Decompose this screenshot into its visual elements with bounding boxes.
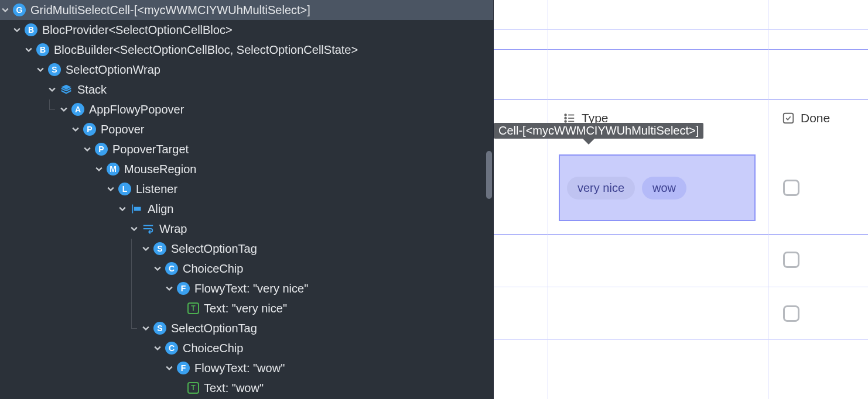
tree-label: Stack	[77, 80, 107, 99]
chevron-down-icon[interactable]	[141, 323, 151, 333]
tree-row-flowytext-1[interactable]: F FlowyText: "very nice"	[0, 278, 493, 298]
tree-label: SelectOptionTag	[171, 318, 257, 338]
svg-point-6	[565, 121, 566, 122]
column-header-label: Done	[801, 111, 830, 125]
chevron-down-icon[interactable]	[129, 223, 139, 234]
grid-line	[494, 339, 868, 340]
tree-row-blocprovider[interactable]: B BlocProvider<SelectOptionCellBloc>	[0, 20, 493, 40]
tree-row-blocbuilder[interactable]: B BlocBuilder<SelectOptionCellBloc, Sele…	[0, 40, 493, 60]
wrap-icon	[142, 222, 155, 235]
svg-rect-8	[784, 113, 794, 123]
chevron-down-icon[interactable]	[152, 343, 163, 353]
tree-row-selectoptionwrap[interactable]: S SelectOptionWrap	[0, 60, 493, 80]
select-tag[interactable]: wow	[642, 177, 686, 200]
tree-label: MouseRegion	[124, 159, 196, 179]
tree-row-selectoptiontag-2[interactable]: S SelectOptionTag	[0, 318, 493, 338]
checkbox-input[interactable]	[783, 180, 799, 196]
tree-row-choicechip-2[interactable]: C ChoiceChip	[0, 338, 493, 358]
tree-row-mouseregion[interactable]: M MouseRegion	[0, 159, 493, 179]
tree-row-popover[interactable]: P Popover	[0, 119, 493, 139]
chevron-down-icon[interactable]	[23, 44, 34, 55]
preview-panel: Type Done Cell-[<mycWWMCIYWUhMultiSelect…	[493, 0, 868, 399]
badge-L: L	[118, 183, 131, 195]
tree-row-appflowypopover[interactable]: A AppFlowyPopover	[0, 99, 493, 119]
checkbox-icon	[782, 112, 795, 125]
badge-S: S	[153, 242, 166, 255]
tree-row-text-2[interactable]: T Text: "wow"	[0, 378, 493, 398]
tree-label: PopoverTarget	[112, 139, 189, 159]
chevron-down-icon[interactable]	[35, 64, 46, 75]
column-header-done[interactable]: Done	[782, 111, 830, 125]
text-icon: T	[187, 382, 199, 394]
select-tag[interactable]: very nice	[567, 177, 635, 200]
chevron-down-icon[interactable]	[82, 144, 93, 154]
inspector-tooltip: Cell-[<mycWWMCIYWUhMultiSelect>]	[494, 123, 703, 139]
badge-A: A	[71, 103, 84, 116]
tree-row-flowytext-2[interactable]: F FlowyText: "wow"	[0, 358, 493, 378]
grid-line	[494, 99, 868, 100]
tree-label: Text: "wow"	[204, 378, 264, 398]
chevron-down-icon[interactable]	[117, 204, 128, 214]
grid-line	[494, 49, 868, 50]
badge-S: S	[48, 63, 61, 76]
tree-row-stack[interactable]: Stack	[0, 80, 493, 99]
grid-line	[768, 0, 768, 399]
tree-row-listener[interactable]: L Listener	[0, 179, 493, 199]
grid-line	[494, 234, 868, 235]
tree-label: FlowyText: "wow"	[194, 358, 285, 378]
align-icon	[130, 202, 143, 215]
badge-C: C	[165, 342, 178, 355]
chevron-down-icon[interactable]	[164, 363, 175, 373]
badge-B: B	[25, 23, 37, 36]
grid-line	[494, 287, 868, 287]
chevron-down-icon[interactable]	[12, 25, 22, 35]
chevron-down-icon[interactable]	[152, 263, 163, 274]
tree-label: Popover	[101, 119, 145, 139]
chevron-down-icon[interactable]	[59, 104, 69, 115]
chevron-down-icon[interactable]	[47, 84, 57, 95]
chevron-down-icon[interactable]	[0, 5, 11, 15]
tree-label: ChoiceChip	[183, 338, 243, 358]
tree-label: ChoiceChip	[183, 259, 243, 278]
svg-point-4	[565, 118, 566, 119]
tree-label: Wrap	[159, 219, 187, 239]
tree-label: SelectOptionTag	[171, 239, 257, 259]
chevron-down-icon[interactable]	[70, 124, 81, 135]
badge-S: S	[153, 322, 166, 335]
tree-row-align[interactable]: Align	[0, 199, 493, 219]
badge-F: F	[177, 362, 190, 374]
tree-label: BlocBuilder<SelectOptionCellBloc, Select…	[54, 40, 358, 60]
svg-point-2	[565, 114, 566, 116]
tree-label: AppFlowyPopover	[89, 99, 184, 119]
tree-label: Align	[148, 199, 173, 219]
chevron-down-icon[interactable]	[94, 164, 104, 174]
tree-label: GridMultiSelectCell-[<mycWWMCIYWUhMultiS…	[30, 0, 310, 20]
svg-rect-1	[134, 207, 141, 211]
badge-P: P	[95, 143, 108, 156]
tree-row-gridmultiselectcell[interactable]: G GridMultiSelectCell-[<mycWWMCIYWUhMult…	[0, 0, 493, 20]
grid-line	[548, 0, 548, 399]
widget-tree-panel: G GridMultiSelectCell-[<mycWWMCIYWUhMult…	[0, 0, 493, 399]
checkbox-input[interactable]	[783, 252, 799, 268]
grid-line	[494, 29, 868, 30]
tooltip-caret-icon	[583, 139, 594, 145]
badge-G: G	[13, 4, 26, 16]
tree-row-selectoptiontag-1[interactable]: S SelectOptionTag	[0, 239, 493, 259]
chevron-down-icon[interactable]	[164, 283, 175, 294]
badge-P: P	[83, 123, 96, 136]
chevron-down-icon[interactable]	[105, 184, 116, 194]
tree-label: Listener	[136, 179, 177, 199]
badge-M: M	[107, 163, 119, 176]
badge-B: B	[36, 43, 49, 56]
badge-C: C	[165, 262, 178, 275]
chevron-down-icon[interactable]	[141, 243, 151, 254]
selected-cell[interactable]: very nice wow	[559, 154, 756, 221]
tree-row-popovertarget[interactable]: P PopoverTarget	[0, 139, 493, 159]
scrollbar-thumb[interactable]	[486, 151, 492, 199]
tree-row-text-1[interactable]: T Text: "very nice"	[0, 298, 493, 318]
tree-row-choicechip-1[interactable]: C ChoiceChip	[0, 259, 493, 278]
tree-row-wrap[interactable]: Wrap	[0, 219, 493, 239]
text-icon: T	[187, 302, 199, 314]
tree-label: BlocProvider<SelectOptionCellBloc>	[42, 20, 233, 40]
checkbox-input[interactable]	[783, 305, 799, 322]
